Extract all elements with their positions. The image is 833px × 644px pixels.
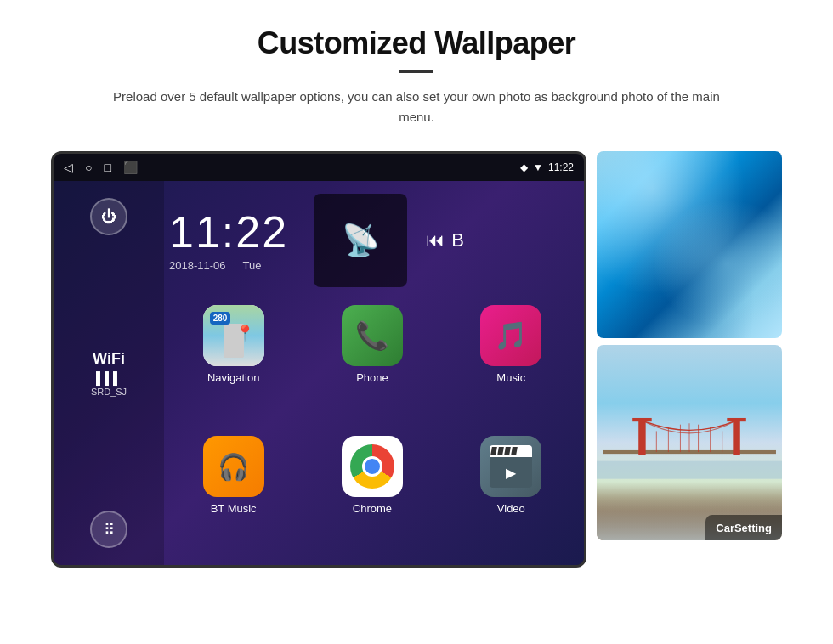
media-icon: 📡 bbox=[342, 223, 380, 258]
status-nav-icons: ◁ ○ □ ⬛ bbox=[64, 161, 138, 174]
app-phone-label: Phone bbox=[356, 371, 388, 384]
app-bt-music[interactable]: 🎧 BT Music bbox=[169, 436, 298, 556]
clapperboard-icon: ▶ bbox=[490, 445, 532, 488]
app-chrome-label: Chrome bbox=[353, 502, 392, 515]
app-music-label: Music bbox=[496, 371, 525, 384]
prev-track-icon[interactable]: ⏮ bbox=[426, 229, 445, 251]
location-icon: ◆ bbox=[520, 161, 528, 173]
android-device: ◁ ○ □ ⬛ ◆ ▼ 11:22 ⏻ WiFi ▌▌▌ bbox=[51, 151, 586, 568]
chrome-outer-ring bbox=[350, 444, 394, 489]
chrome-inner-circle bbox=[362, 456, 382, 477]
top-section: 11:22 2018-11-06 Tue 📡 ⏮ B bbox=[169, 189, 575, 291]
phone-app-icon: 📞 bbox=[342, 305, 403, 366]
back-nav-icon[interactable]: ◁ bbox=[64, 161, 73, 174]
clap-top bbox=[490, 445, 532, 457]
video-app-icon: ▶ bbox=[480, 436, 541, 497]
bridge-svg bbox=[597, 394, 782, 492]
app-grid: 280 📍 Navigation 📞 Phone bbox=[169, 305, 575, 556]
clap-stripe-4 bbox=[511, 447, 518, 455]
media-title-letter: B bbox=[451, 229, 464, 251]
svg-rect-0 bbox=[597, 460, 782, 478]
clap-bottom: ▶ bbox=[490, 457, 532, 488]
svg-rect-5 bbox=[727, 417, 746, 421]
left-sidebar: ⏻ WiFi ▌▌▌ SRD_SJ ⠿ bbox=[54, 181, 164, 565]
wifi-bars-icon: ▌▌▌ bbox=[91, 371, 127, 385]
app-bt-label: BT Music bbox=[211, 502, 257, 515]
status-right-icons: ◆ ▼ 11:22 bbox=[520, 161, 574, 173]
play-icon: ▶ bbox=[506, 465, 516, 481]
page-wrapper: Customized Wallpaper Preload over 5 defa… bbox=[0, 0, 833, 644]
home-screen: ⏻ WiFi ▌▌▌ SRD_SJ ⠿ 11:22 bbox=[54, 181, 584, 565]
music-app-icon: 🎵 bbox=[480, 305, 541, 366]
ice-wallpaper-bg bbox=[597, 151, 782, 338]
bt-app-icon: 🎧 bbox=[203, 436, 264, 497]
wallpaper-panel: CarSetting bbox=[597, 151, 782, 568]
svg-rect-3 bbox=[632, 417, 652, 421]
main-content: 11:22 2018-11-06 Tue 📡 ⏮ B bbox=[164, 181, 584, 565]
bridge-wallpaper-bg bbox=[597, 345, 782, 540]
clap-stripe-2 bbox=[497, 447, 504, 455]
app-video[interactable]: ▶ Video bbox=[447, 436, 575, 556]
status-bar: ◁ ○ □ ⬛ ◆ ▼ 11:22 bbox=[54, 154, 584, 181]
recents-nav-icon[interactable]: □ bbox=[104, 161, 110, 174]
bt-headphone-icon: 🎧 bbox=[218, 452, 249, 482]
wallpaper-ice[interactable] bbox=[597, 151, 782, 338]
apps-button[interactable]: ⠿ bbox=[90, 511, 128, 548]
home-nav-icon[interactable]: ○ bbox=[85, 161, 92, 174]
clock-date-value: 2018-11-06 bbox=[169, 259, 226, 272]
clap-stripe-3 bbox=[504, 447, 511, 455]
app-navigation[interactable]: 280 📍 Navigation bbox=[169, 305, 298, 426]
page-description: Preload over 5 default wallpaper options… bbox=[98, 87, 735, 127]
app-navigation-label: Navigation bbox=[207, 371, 259, 384]
app-music[interactable]: 🎵 Music bbox=[447, 305, 575, 426]
carsetting-label: CarSetting bbox=[716, 522, 772, 534]
status-time: 11:22 bbox=[548, 161, 574, 173]
nav-app-icon: 280 📍 bbox=[203, 305, 264, 366]
nav-badge: 280 bbox=[210, 312, 231, 325]
app-chrome[interactable]: Chrome bbox=[308, 436, 436, 556]
carsetting-overlay: CarSetting bbox=[706, 515, 782, 540]
wifi-label: WiFi bbox=[91, 350, 127, 368]
power-button[interactable]: ⏻ bbox=[90, 198, 128, 235]
chrome-app-icon bbox=[342, 436, 403, 497]
app-video-label: Video bbox=[497, 502, 525, 515]
screenshot-nav-icon[interactable]: ⬛ bbox=[123, 161, 138, 174]
media-controls: ⏮ B bbox=[426, 229, 464, 251]
clock-time: 11:22 bbox=[169, 210, 288, 254]
title-divider bbox=[400, 70, 434, 73]
ice-texture-overlay bbox=[597, 151, 782, 338]
wifi-ssid: SRD_SJ bbox=[91, 387, 127, 397]
phone-icon-glyph: 📞 bbox=[355, 319, 389, 352]
wallpaper-bridge[interactable]: CarSetting bbox=[597, 345, 782, 540]
content-area: ◁ ○ □ ⬛ ◆ ▼ 11:22 ⏻ WiFi ▌▌▌ bbox=[51, 151, 782, 568]
media-widget[interactable]: 📡 bbox=[314, 194, 407, 287]
clock-area: 11:22 2018-11-06 Tue bbox=[169, 210, 288, 272]
wifi-info: WiFi ▌▌▌ SRD_SJ bbox=[91, 350, 127, 397]
svg-rect-2 bbox=[638, 419, 645, 455]
wifi-status-icon: ▼ bbox=[533, 161, 543, 173]
page-title: Customized Wallpaper bbox=[258, 25, 576, 61]
app-phone[interactable]: 📞 Phone bbox=[308, 305, 436, 426]
clock-day-value: Tue bbox=[243, 259, 262, 272]
nav-pin-icon: 📍 bbox=[235, 324, 254, 342]
clock-date: 2018-11-06 Tue bbox=[169, 259, 288, 272]
music-icon-glyph: 🎵 bbox=[494, 319, 528, 352]
svg-rect-4 bbox=[733, 419, 740, 455]
clap-stripe-1 bbox=[490, 447, 497, 455]
